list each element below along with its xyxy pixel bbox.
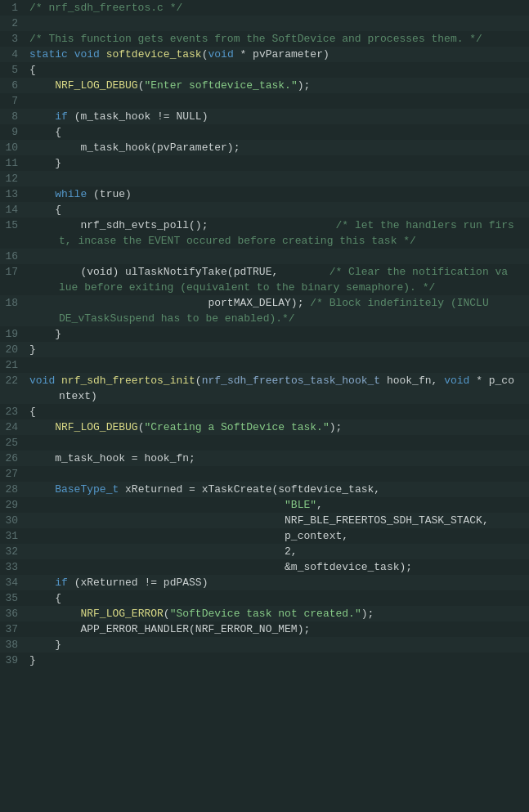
line-number: 28 <box>0 482 26 497</box>
code-editor: 1/* nrf_sdh_freertos.c */23/* This funct… <box>0 0 529 668</box>
code-line: 23{ <box>0 404 529 419</box>
line-content: &m_softdevice_task); <box>26 559 529 575</box>
line-content: } <box>26 342 529 357</box>
line-content: NRF_LOG_DEBUG("Creating a SoftDevice tas… <box>26 419 529 435</box>
line-number: 30 <box>0 513 26 528</box>
line-content: portMAX_DELAY); /* Block indefinitely (I… <box>26 295 529 326</box>
line-content: { <box>26 62 529 78</box>
code-line: 8 if (m_task_hook != NULL) <box>0 109 529 124</box>
line-number: 3 <box>0 31 26 47</box>
code-line: 29 "BLE", <box>0 497 529 513</box>
line-number: 34 <box>0 575 26 590</box>
line-number: 12 <box>0 171 26 186</box>
line-content: /* This function gets events from the So… <box>26 31 529 47</box>
code-line: 38 } <box>0 637 529 653</box>
line-content: while (true) <box>26 186 529 202</box>
line-content: NRF_LOG_DEBUG("Enter softdevice_task."); <box>26 78 529 93</box>
line-content: APP_ERROR_HANDLER(NRF_ERROR_NO_MEM); <box>26 621 529 637</box>
line-content: nrf_sdh_evts_poll(); /* let the handlers… <box>26 218 529 249</box>
line-number: 20 <box>0 342 26 357</box>
line-number: 35 <box>0 590 26 606</box>
line-number: 23 <box>0 404 26 419</box>
line-number: 10 <box>0 140 26 155</box>
code-line: 12 <box>0 171 529 186</box>
line-number: 8 <box>0 109 26 124</box>
line-number: 25 <box>0 435 26 451</box>
line-number: 24 <box>0 419 26 435</box>
line-number: 13 <box>0 186 26 202</box>
line-content: } <box>26 155 529 171</box>
line-number: 7 <box>0 93 26 109</box>
line-content: { <box>26 124 529 140</box>
line-content: void nrf_sdh_freertos_init(nrf_sdh_freer… <box>26 373 529 404</box>
code-line: 2 <box>0 16 529 31</box>
code-line: 35 { <box>0 590 529 606</box>
code-line: 20} <box>0 342 529 357</box>
line-number: 14 <box>0 202 26 218</box>
code-line: 28 BaseType_t xReturned = xTaskCreate(so… <box>0 482 529 497</box>
line-number: 38 <box>0 637 26 653</box>
code-line: 22void nrf_sdh_freertos_init(nrf_sdh_fre… <box>0 373 529 404</box>
line-content: m_task_hook = hook_fn; <box>26 451 529 466</box>
code-line: 37 APP_ERROR_HANDLER(NRF_ERROR_NO_MEM); <box>0 621 529 637</box>
line-content: "BLE", <box>26 497 529 513</box>
line-number: 5 <box>0 62 26 78</box>
line-content: { <box>26 590 529 606</box>
line-number: 17 <box>0 264 26 280</box>
code-line: 14 { <box>0 202 529 218</box>
code-line: 24 NRF_LOG_DEBUG("Creating a SoftDevice … <box>0 419 529 435</box>
code-line: 9 { <box>0 124 529 140</box>
line-number: 27 <box>0 466 26 482</box>
code-line: 39} <box>0 653 529 668</box>
code-line: 6 NRF_LOG_DEBUG("Enter softdevice_task."… <box>0 78 529 93</box>
line-number: 21 <box>0 357 26 373</box>
line-number: 33 <box>0 559 26 575</box>
code-line: 32 2, <box>0 544 529 559</box>
code-line: 7 <box>0 93 529 109</box>
line-content: m_task_hook(pvParameter); <box>26 140 529 155</box>
line-content: NRF_LOG_ERROR("SoftDevice task not creat… <box>26 606 529 621</box>
line-number: 22 <box>0 373 26 388</box>
line-number: 18 <box>0 295 26 311</box>
line-number: 36 <box>0 606 26 621</box>
line-number: 2 <box>0 16 26 31</box>
code-line: 36 NRF_LOG_ERROR("SoftDevice task not cr… <box>0 606 529 621</box>
line-content: } <box>26 653 529 668</box>
code-line: 17 (void) ulTaskNotifyTake(pdTRUE, /* Cl… <box>0 264 529 295</box>
line-number: 9 <box>0 124 26 140</box>
line-content: /* nrf_sdh_freertos.c */ <box>26 0 529 16</box>
line-content: static void softdevice_task(void * pvPar… <box>26 47 529 62</box>
code-line: 4static void softdevice_task(void * pvPa… <box>0 47 529 62</box>
line-number: 32 <box>0 544 26 559</box>
code-line: 31 p_context, <box>0 528 529 544</box>
code-line: 27 <box>0 466 529 482</box>
line-number: 37 <box>0 621 26 637</box>
code-line: 3/* This function gets events from the S… <box>0 31 529 47</box>
line-content: 2, <box>26 544 529 559</box>
line-number: 16 <box>0 249 26 264</box>
line-content: (void) ulTaskNotifyTake(pdTRUE, /* Clear… <box>26 264 529 295</box>
line-number: 1 <box>0 0 26 16</box>
code-line: 11 } <box>0 155 529 171</box>
code-line: 30 NRF_BLE_FREERTOS_SDH_TASK_STACK, <box>0 513 529 528</box>
line-number: 31 <box>0 528 26 544</box>
code-line: 18 portMAX_DELAY); /* Block indefinitely… <box>0 295 529 326</box>
code-line: 16 <box>0 249 529 264</box>
code-line: 15 nrf_sdh_evts_poll(); /* let the handl… <box>0 218 529 249</box>
code-line: 34 if (xReturned != pdPASS) <box>0 575 529 590</box>
line-number: 4 <box>0 47 26 62</box>
line-content: BaseType_t xReturned = xTaskCreate(softd… <box>26 482 529 497</box>
line-content: } <box>26 637 529 653</box>
code-line: 26 m_task_hook = hook_fn; <box>0 451 529 466</box>
line-content: p_context, <box>26 528 529 544</box>
line-content: { <box>26 404 529 419</box>
line-content: if (m_task_hook != NULL) <box>26 109 529 124</box>
line-number: 15 <box>0 218 26 233</box>
line-number: 39 <box>0 653 26 668</box>
line-number: 6 <box>0 78 26 93</box>
code-line: 21 <box>0 357 529 373</box>
code-line: 5{ <box>0 62 529 78</box>
code-line: 19 } <box>0 326 529 342</box>
line-number: 19 <box>0 326 26 342</box>
line-number: 26 <box>0 451 26 466</box>
